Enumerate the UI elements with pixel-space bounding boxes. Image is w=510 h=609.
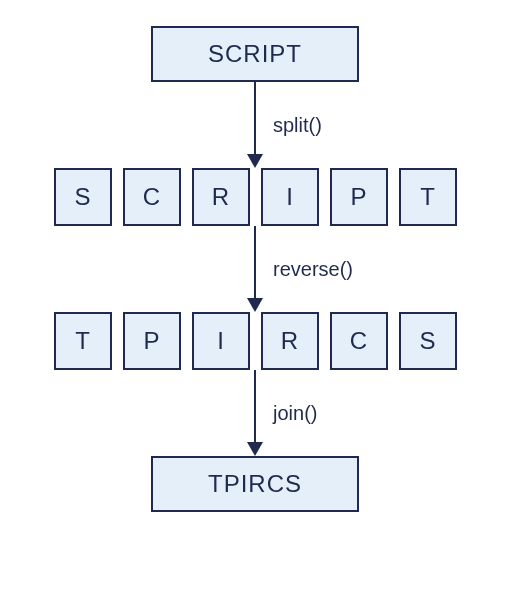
arrow-head-icon [247, 298, 263, 312]
reverse-label: reverse() [273, 258, 353, 281]
array-cell: C [123, 168, 181, 226]
array-cell: R [261, 312, 319, 370]
array-cell: C [330, 312, 388, 370]
array-cell: S [54, 168, 112, 226]
split-label: split() [273, 114, 322, 137]
output-string-box: TPIRCS [151, 456, 359, 512]
arrow-head-icon [247, 154, 263, 168]
arrow-split: split() [0, 82, 510, 168]
array-cell: S [399, 312, 457, 370]
reversed-array-row: T P I R C S [54, 312, 457, 370]
arrow-line [254, 226, 256, 300]
array-cell: P [123, 312, 181, 370]
arrow-line [254, 82, 256, 156]
arrow-head-icon [247, 442, 263, 456]
split-array-row: S C R I P T [54, 168, 457, 226]
array-cell: P [330, 168, 388, 226]
array-cell: R [192, 168, 250, 226]
arrow-line [254, 370, 256, 444]
array-cell: T [399, 168, 457, 226]
array-cell: I [192, 312, 250, 370]
input-string-box: SCRIPT [151, 26, 359, 82]
arrow-join: join() [0, 370, 510, 456]
join-label: join() [273, 402, 317, 425]
array-cell: I [261, 168, 319, 226]
array-cell: T [54, 312, 112, 370]
arrow-reverse: reverse() [0, 226, 510, 312]
